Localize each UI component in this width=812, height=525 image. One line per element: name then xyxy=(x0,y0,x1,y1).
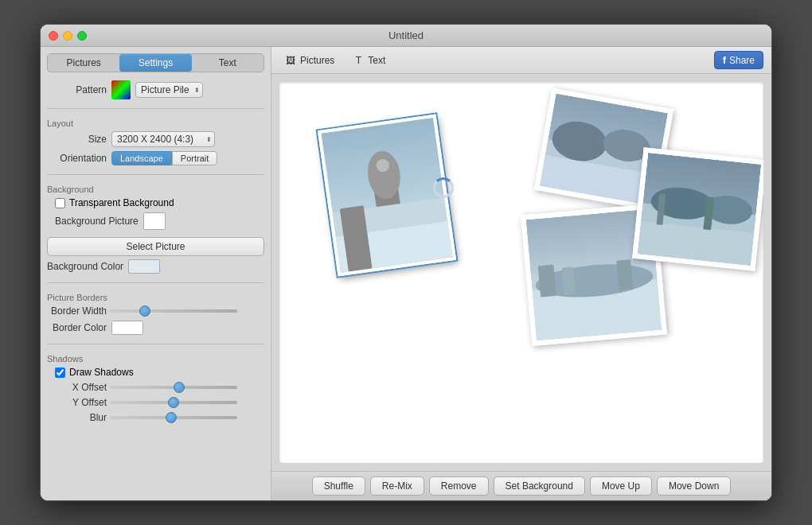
bg-color-row: Background Color xyxy=(47,259,264,274)
size-row: Size 3200 X 2400 (4:3) xyxy=(47,131,264,147)
transparent-bg-label: Transparent Background xyxy=(69,197,174,208)
y-offset-slider[interactable] xyxy=(110,401,237,404)
border-color-swatch[interactable] xyxy=(111,321,143,335)
size-select[interactable]: 3200 X 2400 (4:3) xyxy=(111,131,215,147)
tab-settings[interactable]: Settings xyxy=(119,54,191,72)
border-width-label: Border Width xyxy=(47,305,107,317)
facebook-icon: f xyxy=(723,54,726,66)
orientation-label: Orientation xyxy=(47,153,107,164)
pictures-icon: 🖼 xyxy=(284,54,297,67)
set-background-button[interactable]: Set Background xyxy=(494,476,585,496)
bg-color-swatch[interactable] xyxy=(128,259,160,274)
border-width-slider-container xyxy=(110,309,264,313)
svg-rect-5 xyxy=(336,221,453,273)
main-toolbar: 🖼 Pictures T Text f Share xyxy=(271,47,771,74)
y-offset-label: Y Offset xyxy=(47,397,107,408)
tab-pictures[interactable]: Pictures xyxy=(48,54,119,72)
share-label: Share xyxy=(729,55,755,66)
orientation-row: Orientation Landscape Portrait xyxy=(47,151,264,165)
maximize-button[interactable] xyxy=(77,31,87,41)
photo-1[interactable] xyxy=(318,114,456,276)
toolbar-pictures[interactable]: 🖼 Pictures xyxy=(279,52,339,68)
pattern-select[interactable]: Picture Pile xyxy=(135,82,203,98)
size-select-wrapper[interactable]: 3200 X 2400 (4:3) xyxy=(111,131,215,147)
border-color-row: Border Color xyxy=(47,321,264,335)
canvas-area xyxy=(279,82,763,463)
shadows-section-label: Shadows xyxy=(47,354,264,364)
tab-text[interactable]: Text xyxy=(192,54,264,72)
divider-2 xyxy=(47,174,264,175)
x-offset-row: X Offset xyxy=(47,382,264,393)
pattern-icon xyxy=(111,80,131,99)
titlebar: Untitled xyxy=(41,25,771,47)
blur-slider[interactable] xyxy=(110,416,237,419)
svg-rect-15 xyxy=(538,265,556,298)
svg-rect-17 xyxy=(616,259,633,290)
draw-shadows-checkbox[interactable] xyxy=(55,368,65,378)
bg-picture-preview[interactable] xyxy=(143,212,166,230)
close-button[interactable] xyxy=(49,31,58,41)
content-area: Pictures Settings Text Pattern Picture P… xyxy=(41,47,771,500)
y-offset-slider-container xyxy=(110,401,264,404)
x-offset-label: X Offset xyxy=(47,382,107,393)
picture-borders-label: Picture Borders xyxy=(47,293,264,302)
tabs-row: Pictures Settings Text xyxy=(47,53,264,72)
y-offset-row: Y Offset xyxy=(47,397,264,408)
blur-slider-container xyxy=(110,416,264,419)
share-button[interactable]: f Share xyxy=(714,51,763,69)
portrait-button[interactable]: Portrait xyxy=(172,151,217,165)
draw-shadows-row: Draw Shadows xyxy=(55,367,264,378)
x-offset-slider-container xyxy=(110,386,264,389)
toolbar-text-label: Text xyxy=(368,55,385,66)
text-icon: T xyxy=(352,54,365,67)
move-up-button[interactable]: Move Up xyxy=(590,476,652,496)
draw-shadows-label: Draw Shadows xyxy=(69,367,134,378)
background-section-label: Background xyxy=(47,185,264,194)
divider-4 xyxy=(47,344,264,344)
transparent-bg-row: Transparent Background xyxy=(55,197,264,208)
traffic-lights xyxy=(49,31,87,41)
transparent-bg-checkbox[interactable] xyxy=(55,198,65,208)
layout-label: Layout xyxy=(47,119,264,128)
x-offset-slider[interactable] xyxy=(110,386,237,389)
shuffle-button[interactable]: Shuffle xyxy=(312,476,365,496)
pattern-label: Pattern xyxy=(47,84,107,95)
photo-4[interactable] xyxy=(632,147,763,270)
bg-picture-label: Background Picture xyxy=(55,216,139,227)
bg-color-label: Background Color xyxy=(47,261,123,272)
border-color-label: Border Color xyxy=(47,322,107,333)
move-down-button[interactable]: Move Down xyxy=(657,476,731,496)
svg-rect-16 xyxy=(562,266,576,295)
bottom-bar: Shuffle Re-Mix Remove Set Background Mov… xyxy=(271,471,771,500)
divider-3 xyxy=(47,282,264,283)
divider-1 xyxy=(47,108,264,109)
select-picture-button[interactable]: Select Picture xyxy=(47,237,264,256)
window-title: Untitled xyxy=(388,29,424,41)
border-width-slider[interactable] xyxy=(110,309,237,313)
orientation-buttons: Landscape Portrait xyxy=(111,151,217,165)
main-content: 🖼 Pictures T Text f Share xyxy=(271,47,771,500)
size-label: Size xyxy=(47,134,107,145)
blur-label: Blur xyxy=(47,412,107,423)
border-width-row: Border Width xyxy=(47,305,264,317)
toolbar-text[interactable]: T Text xyxy=(347,52,390,68)
remix-button[interactable]: Re-Mix xyxy=(370,476,424,496)
minimize-button[interactable] xyxy=(63,31,72,41)
blur-row: Blur xyxy=(47,412,264,423)
photo-4-image xyxy=(638,153,762,266)
remove-button[interactable]: Remove xyxy=(429,476,489,496)
sidebar: Pictures Settings Text Pattern Picture P… xyxy=(41,47,271,500)
toolbar-pictures-label: Pictures xyxy=(300,55,334,66)
pattern-row: Pattern Picture Pile xyxy=(47,80,264,99)
pattern-select-wrapper[interactable]: Picture Pile xyxy=(135,82,203,98)
toolbar-left: 🖼 Pictures T Text xyxy=(279,52,390,68)
bg-picture-row: Background Picture xyxy=(55,212,264,230)
main-window: Untitled Pictures Settings Text Pattern … xyxy=(40,24,772,501)
landscape-button[interactable]: Landscape xyxy=(111,151,172,165)
loading-spinner xyxy=(433,177,454,198)
photo-1-image xyxy=(321,118,452,273)
